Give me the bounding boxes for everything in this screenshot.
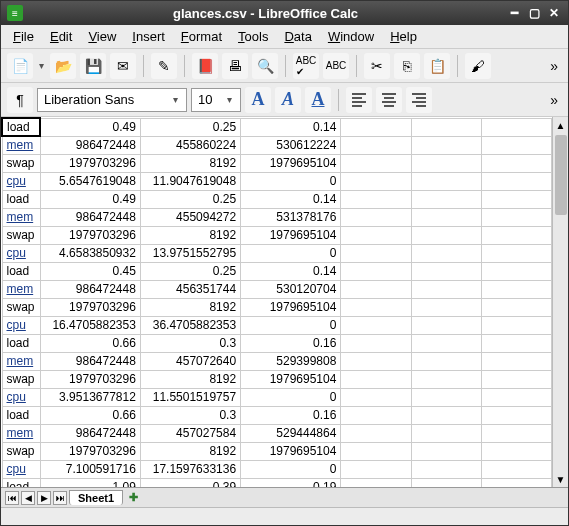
cell[interactable] (411, 298, 481, 316)
print-preview-button[interactable]: 🔍 (252, 53, 278, 79)
cell[interactable]: 8192 (140, 442, 240, 460)
cell[interactable]: 986472448 (40, 424, 140, 442)
menu-file[interactable]: File (7, 27, 40, 46)
align-left-button[interactable] (346, 87, 372, 113)
cell[interactable] (341, 370, 411, 388)
cell[interactable]: 0.14 (241, 262, 341, 280)
cell[interactable]: cpu (2, 460, 40, 478)
cell[interactable] (481, 226, 551, 244)
cell[interactable] (481, 442, 551, 460)
cell[interactable] (411, 208, 481, 226)
cell[interactable]: 531378176 (241, 208, 341, 226)
cell[interactable] (341, 460, 411, 478)
cell[interactable]: 0.25 (140, 262, 240, 280)
save-button[interactable]: 💾 (80, 53, 106, 79)
cell[interactable] (411, 424, 481, 442)
cell[interactable] (341, 442, 411, 460)
cell[interactable] (341, 118, 411, 136)
export-pdf-button[interactable]: 📕 (192, 53, 218, 79)
cell[interactable] (481, 262, 551, 280)
menu-edit[interactable]: Edit (44, 27, 78, 46)
cell[interactable]: 7.100591716 (40, 460, 140, 478)
cell[interactable] (481, 316, 551, 334)
cell[interactable] (481, 118, 551, 136)
add-sheet-button[interactable]: ✚ (125, 491, 142, 504)
cell[interactable] (341, 424, 411, 442)
cell[interactable]: 11.5501519757 (140, 388, 240, 406)
cell[interactable] (411, 190, 481, 208)
align-center-button[interactable] (376, 87, 402, 113)
cell[interactable] (341, 136, 411, 154)
cell[interactable] (481, 136, 551, 154)
cell[interactable]: 0.14 (241, 190, 341, 208)
maximize-button[interactable]: ▢ (526, 5, 542, 21)
cell[interactable]: 986472448 (40, 136, 140, 154)
cell[interactable] (481, 406, 551, 424)
cell[interactable]: 457027584 (140, 424, 240, 442)
menu-data[interactable]: Data (278, 27, 317, 46)
cell[interactable]: 0 (241, 172, 341, 190)
menu-format[interactable]: Format (175, 27, 228, 46)
cell[interactable] (341, 406, 411, 424)
cell[interactable] (411, 136, 481, 154)
toolbar-overflow-icon[interactable]: » (546, 58, 562, 74)
font-size-select[interactable]: 10 ▾ (191, 88, 241, 112)
cell[interactable] (411, 226, 481, 244)
cell[interactable]: 8192 (140, 298, 240, 316)
cell[interactable]: load (2, 478, 40, 487)
cell[interactable]: 1979695104 (241, 226, 341, 244)
cell[interactable] (341, 244, 411, 262)
cell[interactable] (411, 172, 481, 190)
cell[interactable] (411, 118, 481, 136)
tab-prev-button[interactable]: ◀ (21, 491, 35, 505)
cell[interactable]: cpu (2, 388, 40, 406)
cell[interactable]: 1979703296 (40, 154, 140, 172)
tab-next-button[interactable]: ▶ (37, 491, 51, 505)
cell[interactable]: mem (2, 280, 40, 298)
cell[interactable]: load (2, 118, 40, 136)
cell[interactable]: swap (2, 154, 40, 172)
cell[interactable] (481, 352, 551, 370)
vertical-scrollbar[interactable]: ▲ ▼ (552, 117, 568, 487)
sheet-tab-sheet1[interactable]: Sheet1 (69, 490, 123, 505)
cell[interactable]: 0.39 (140, 478, 240, 487)
cell[interactable]: load (2, 334, 40, 352)
cell[interactable]: 1979695104 (241, 298, 341, 316)
cell[interactable] (481, 172, 551, 190)
font-name-select[interactable]: Liberation Sans ▾ (37, 88, 187, 112)
cell[interactable]: 1979703296 (40, 298, 140, 316)
cell[interactable] (481, 460, 551, 478)
cell[interactable] (481, 424, 551, 442)
styles-button[interactable]: ¶ (7, 87, 33, 113)
menu-insert[interactable]: Insert (126, 27, 171, 46)
edit-button[interactable]: ✎ (151, 53, 177, 79)
cell[interactable]: 986472448 (40, 208, 140, 226)
cell[interactable] (341, 280, 411, 298)
cell[interactable]: cpu (2, 244, 40, 262)
cell[interactable]: load (2, 406, 40, 424)
cell[interactable]: 8192 (140, 370, 240, 388)
bold-button[interactable]: A (245, 87, 271, 113)
cell[interactable] (341, 262, 411, 280)
cell[interactable] (411, 280, 481, 298)
cell[interactable]: mem (2, 352, 40, 370)
new-dropdown-icon[interactable]: ▾ (37, 60, 46, 71)
cell[interactable] (411, 262, 481, 280)
cell[interactable]: 8192 (140, 226, 240, 244)
scroll-thumb[interactable] (555, 135, 567, 215)
cell[interactable]: 8192 (140, 154, 240, 172)
cell[interactable]: 16.4705882353 (40, 316, 140, 334)
cell[interactable] (481, 334, 551, 352)
cell[interactable] (341, 154, 411, 172)
cell[interactable] (341, 352, 411, 370)
cell[interactable]: 1979703296 (40, 370, 140, 388)
cell[interactable]: 0 (241, 316, 341, 334)
cell[interactable]: 0.25 (140, 190, 240, 208)
cell[interactable]: 0.66 (40, 334, 140, 352)
cell[interactable]: 986472448 (40, 280, 140, 298)
cell[interactable] (481, 190, 551, 208)
cell[interactable]: 0.49 (40, 190, 140, 208)
scroll-up-icon[interactable]: ▲ (553, 117, 568, 133)
menu-window[interactable]: Window (322, 27, 380, 46)
cell[interactable]: mem (2, 424, 40, 442)
